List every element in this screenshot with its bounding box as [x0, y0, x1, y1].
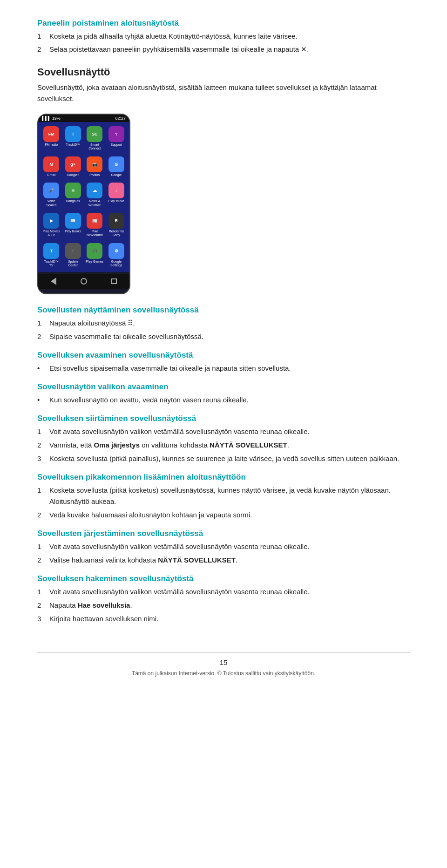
app-label-google-settings: Google Settings — [107, 260, 126, 268]
list-text: Etsi sovellus sipaisemalla vasemmalle ta… — [49, 363, 291, 374]
list-num: 1 — [37, 318, 45, 329]
app-icon-play-books: 📖 — [65, 213, 81, 229]
header-step-1: 1 Kosketa ja pidä alhaalla tyhjää aluett… — [37, 31, 410, 42]
app-icon-google-plus: g+ — [65, 156, 81, 172]
section-jarjestaminen-title: Sovellusten järjestäminen sovellusnäytös… — [37, 529, 410, 538]
list-text: Napauta aloitusnäytössä ⠿. — [49, 318, 135, 329]
section-nayttaminen-title: Sovellusten näyttäminen sovellusnäytössä — [37, 305, 410, 315]
status-bar: ▌▌▌ 19% 02:27 — [38, 115, 129, 122]
app-label-play-books: Play Books — [65, 230, 81, 233]
app-play-books: 📖 Play Books — [63, 210, 84, 240]
section-jarjestaminen: Sovellusten järjestäminen sovellusnäytös… — [37, 529, 410, 566]
header-title: Paneelin poistaminen aloitusnäytöstä — [37, 19, 410, 28]
step-text-1: Kosketa ja pidä alhaalla tyhjää aluetta … — [49, 31, 298, 42]
header-steps: 1 Kosketa ja pidä alhaalla tyhjää aluett… — [37, 31, 410, 55]
list-text: Voit avata sovellusnäytön valikon vetämä… — [49, 541, 310, 552]
list-item: 3 Kirjoita haettavan sovelluksen nimi. — [37, 613, 410, 624]
footer-note: Tämä on julkaisun Internet-versio. © Tul… — [37, 670, 410, 677]
back-icon — [51, 278, 56, 285]
phone-mockup: ▌▌▌ 19% 02:27 FM FM radio T TrackID™ SC … — [37, 114, 130, 294]
nav-recents-button — [109, 277, 119, 286]
app-icon-google: G — [108, 156, 124, 172]
app-icon-play-newsstand: 📰 — [87, 213, 102, 229]
section-nayttaminen: Sovellusten näyttäminen sovellusnäytössä… — [37, 305, 410, 342]
app-label-play-music: Play Music — [108, 199, 124, 203]
phone-nav-bar — [38, 274, 129, 289]
list-text: Vedä kuvake haluamaasi aloitusnäytön koh… — [49, 509, 252, 521]
list-item: 1 Voit avata sovellusnäytön valikon vetä… — [37, 426, 410, 437]
app-icon-google-settings: ⚙ — [108, 243, 124, 259]
list-item: 2 Vedä kuvake haluamaasi aloitusnäytön k… — [37, 509, 410, 521]
app-icon-photos: 📷 — [87, 156, 102, 172]
list-item: • Kun sovellusnäyttö on avattu, vedä näy… — [37, 394, 410, 406]
section-avaaminen-list: • Etsi sovellus sipaisemalla vasemmalle … — [37, 363, 410, 374]
section-avaaminen: Sovelluksen avaaminen sovellusnäytöstä •… — [37, 351, 410, 374]
app-label-reader-sony: Reader by Sony — [107, 230, 126, 237]
app-google: G Google — [106, 154, 127, 179]
app-play-newsstand: 📰 Play Newsstand — [84, 210, 105, 240]
app-icon-play-games: 🎮 — [87, 243, 102, 259]
header-section: Paneelin poistaminen aloitusnäytöstä 1 K… — [37, 19, 410, 55]
app-support: ? Support — [106, 124, 127, 153]
app-label-smart-connect: Smart Connect — [85, 143, 104, 151]
app-icon-play-music: ♪ — [108, 183, 124, 198]
list-num: 1 — [37, 426, 45, 437]
step-text-2: Selaa poistettavaan paneeliin pyyhkäisem… — [49, 44, 309, 55]
list-num: 1 — [37, 485, 45, 507]
app-label-play-newsstand: Play Newsstand — [85, 230, 104, 237]
phone-container: ▌▌▌ 19% 02:27 FM FM radio T TrackID™ SC … — [37, 114, 410, 294]
list-item: 2 Valitse haluamasi valinta kohdasta NÄY… — [37, 555, 410, 566]
list-item: 2 Napauta Hae sovelluksia. — [37, 600, 410, 611]
list-item: 2 Varmista, että Oma järjestys on valitt… — [37, 440, 410, 451]
section-valikon-avaaminen-list: • Kun sovellusnäyttö on avattu, vedä näy… — [37, 394, 410, 406]
app-label-hangouts: Hangouts — [66, 199, 80, 203]
app-fm-radio: FM FM radio — [41, 124, 62, 153]
section-nayttaminen-list: 1 Napauta aloitusnäytössä ⠿. 2 Sipaise v… — [37, 318, 410, 342]
phone-screen: FM FM radio T TrackID™ SC Smart Connect … — [38, 122, 129, 272]
page-content: Paneelin poistaminen aloitusnäytöstä 1 K… — [37, 19, 410, 677]
home-icon — [81, 278, 87, 285]
list-item: 1 Voit avata sovellusnäytön valikon vetä… — [37, 541, 410, 552]
app-play-movies: ▶ Play Movies & TV — [41, 210, 62, 240]
list-text: Valitse haluamasi valinta kohdasta NÄYTÄ… — [49, 555, 237, 566]
nav-back-button — [49, 277, 58, 286]
list-text: Napauta Hae sovelluksia. — [49, 600, 132, 611]
list-text: Kun sovellusnäyttö on avattu, vedä näytö… — [49, 394, 249, 406]
step-num-1: 1 — [37, 31, 45, 42]
section-pikakomento-list: 1 Kosketa sovellusta (pitkä kosketus) so… — [37, 485, 410, 521]
app-voice-search: 🎤 Voice Search — [41, 180, 62, 210]
app-photos: 📷 Photos — [84, 154, 105, 179]
app-icon-trackid-tv: T — [43, 243, 59, 259]
app-icon-voice-search: 🎤 — [43, 183, 59, 198]
list-text: Voit avata sovellusnäytön valikon vetämä… — [49, 586, 310, 597]
section-jarjestaminen-list: 1 Voit avata sovellusnäytön valikon vetä… — [37, 541, 410, 566]
section-siirtaminen: Sovelluksen siirtäminen sovellusnäytössä… — [37, 414, 410, 464]
app-hangouts: H Hangouts — [63, 180, 84, 210]
list-bull: • — [37, 363, 45, 374]
nav-home-button — [79, 277, 88, 286]
app-icon-smart-connect: SC — [87, 126, 102, 142]
app-label-voice-search: Voice Search — [42, 199, 61, 207]
app-label-play-movies: Play Movies & TV — [42, 230, 61, 237]
app-label-update-center: Update Center — [64, 260, 83, 268]
list-text: Varmista, että Oma järjestys on valittun… — [49, 440, 289, 451]
app-label-google-plus: Google+ — [67, 173, 79, 177]
app-icon-trackid: T — [65, 126, 81, 142]
page-footer: 15 Tämä on julkaisun Internet-versio. © … — [37, 652, 410, 677]
app-news-weather: ☁ News & Weather — [84, 180, 105, 210]
list-num: 3 — [37, 613, 45, 624]
app-label-photos: Photos — [89, 173, 100, 177]
app-icon-reader-sony: R — [108, 213, 124, 229]
app-google-plus: g+ Google+ — [63, 154, 84, 179]
app-trackid: T TrackID™ — [63, 124, 84, 153]
step-num-2: 2 — [37, 44, 45, 55]
list-item: 1 Kosketa sovellusta (pitkä kosketus) so… — [37, 485, 410, 507]
list-text: Sipaise vasemmalle tai oikealle sovellus… — [49, 331, 203, 342]
section-pikakomento-title: Sovelluksen pikakomennon lisääminen aloi… — [37, 473, 410, 482]
app-icon-update-center: ↑ — [65, 243, 81, 259]
section-hakeminen-list: 1 Voit avata sovellusnäytön valikon vetä… — [37, 586, 410, 624]
list-item: 1 Voit avata sovellusnäytön valikon vetä… — [37, 586, 410, 597]
app-label-trackid-tv: TrackID™ TV — [42, 260, 61, 268]
app-label-gmail: Gmail — [47, 173, 55, 177]
section-hakeminen: Sovelluksen hakeminen sovellusnäytöstä 1… — [37, 574, 410, 624]
